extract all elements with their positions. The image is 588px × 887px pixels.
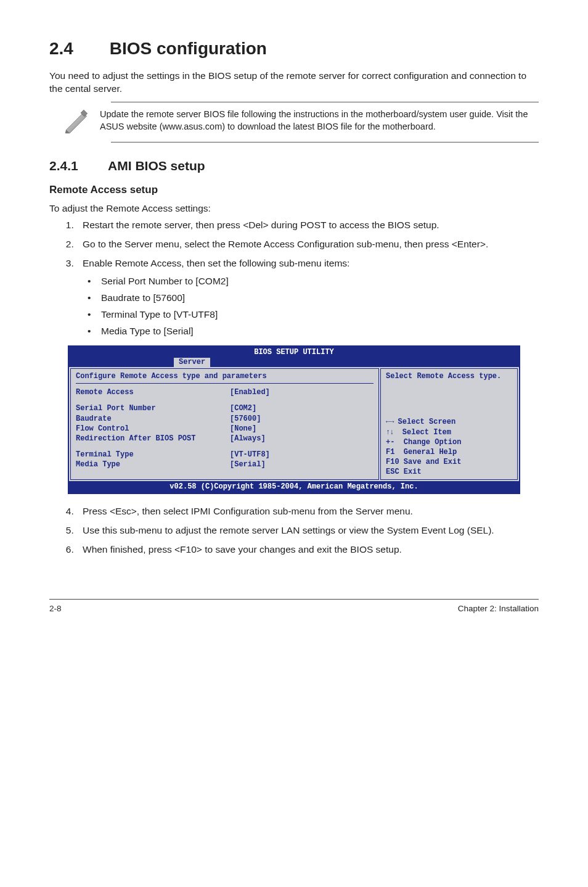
bios-value: [Serial] (230, 460, 266, 469)
key-label: Exit (404, 468, 422, 476)
key-label: General Help (404, 448, 457, 456)
step-text: Enable Remote Access, then set the follo… (83, 258, 349, 268)
key-label: Select Item (402, 428, 451, 437)
arrow-lr-icon: ←→ (386, 418, 393, 426)
key-f1: F1 (386, 448, 394, 456)
page-footer: 2-8 Chapter 2: Installation (49, 599, 539, 614)
bios-row: Media Type [Serial] (76, 460, 374, 469)
step-item: Enable Remote Access, then set the follo… (76, 257, 539, 338)
key-label: Select Screen (398, 418, 456, 426)
bios-label: Redirection After BIOS POST (76, 434, 230, 444)
bullet-item: Serial Port Number to [COM2] (101, 275, 539, 288)
step-item: When finished, press <F10> to save your … (76, 543, 539, 556)
bios-right-panel: Select Remote Access type. ←→ Select Scr… (380, 368, 518, 481)
steps-list-2: Press <Esc>, then select IPMI Configurat… (49, 505, 539, 556)
bios-footer: v02.58 (C)Copyright 1985-2004, American … (69, 481, 519, 492)
page-number: 2-8 (49, 603, 62, 614)
key-label: Change Option (404, 438, 462, 447)
bullet-item: Terminal Type to [VT-UTF8] (101, 308, 539, 321)
bios-value: [Always] (230, 434, 266, 444)
bios-value: [COM2] (230, 403, 256, 413)
bios-left-panel: Configure Remote Access type and paramet… (70, 368, 379, 481)
bios-row: Redirection After BIOS POST [Always] (76, 434, 374, 444)
bios-label: Serial Port Number (76, 403, 230, 413)
key-f10: F10 (386, 458, 399, 466)
bios-title: BIOS SETUP UTILITY (69, 347, 519, 358)
chapter-label: Chapter 2: Installation (458, 603, 539, 614)
bios-value: [57600] (230, 414, 261, 424)
step-item: Use this sub-menu to adjust the remote s… (76, 524, 539, 537)
note-box: Update the remote server BIOS file follo… (111, 102, 539, 142)
section-intro: You need to adjust the settings in the B… (49, 70, 539, 96)
bios-row: Flow Control [None] (76, 424, 374, 434)
bios-key-help: ←→ Select Screen ↑↓ Select Item +- Chang… (386, 417, 512, 477)
bullet-item: Media Type to [Serial] (101, 325, 539, 338)
step-item: Go to the Server menu, select the Remote… (76, 238, 539, 251)
sub-bullets: Serial Port Number to [COM2] Baudrate to… (83, 275, 539, 338)
key-plusminus: +- (386, 438, 394, 447)
bios-label: Flow Control (76, 424, 230, 434)
bios-row: Baudrate [57600] (76, 414, 374, 424)
bios-label: Remote Access (76, 387, 230, 397)
bios-value: [None] (230, 424, 256, 434)
arrow-ud-icon: ↑↓ (386, 428, 393, 437)
step-item: Press <Esc>, then select IPMI Configurat… (76, 505, 539, 518)
remote-access-lead: To adjust the Remote Access settings: (49, 202, 539, 215)
bios-label: Baudrate (76, 414, 230, 424)
key-label: Save and Exit (404, 458, 462, 466)
bios-panel-heading: Configure Remote Access type and paramet… (76, 371, 374, 384)
note-text: Update the remote server BIOS file follo… (100, 109, 539, 133)
bullet-item: Baudrate to [57600] (101, 292, 539, 305)
bios-side-help: Select Remote Access type. (386, 371, 512, 381)
bios-label: Media Type (76, 460, 230, 469)
step-item: Restart the remote server, then press <D… (76, 219, 539, 232)
bios-label: Terminal Type (76, 450, 230, 460)
subsection-heading: 2.4.1 AMI BIOS setup (49, 157, 539, 175)
subsection-number: 2.4.1 (49, 157, 105, 175)
bios-value: [Enabled] (230, 387, 270, 397)
bios-screenshot: BIOS SETUP UTILITY Server Configure Remo… (68, 345, 520, 494)
section-number: 2.4 (49, 37, 105, 60)
subsection-title: AMI BIOS setup (108, 159, 205, 173)
key-esc: ESC (386, 468, 399, 476)
bios-row: Serial Port Number [COM2] (76, 403, 374, 413)
steps-list-1: Restart the remote server, then press <D… (49, 219, 539, 337)
section-title: BIOS configuration (110, 39, 267, 58)
bios-value: [VT-UTF8] (230, 450, 270, 460)
bios-row: Terminal Type [VT-UTF8] (76, 450, 374, 460)
bios-row: Remote Access [Enabled] (76, 387, 374, 397)
pencil-note-icon (62, 109, 91, 136)
section-heading: 2.4 BIOS configuration (49, 37, 539, 60)
bios-tab-row: Server (69, 358, 519, 367)
bios-tab-server: Server (174, 358, 210, 367)
remote-access-heading: Remote Access setup (49, 183, 539, 197)
